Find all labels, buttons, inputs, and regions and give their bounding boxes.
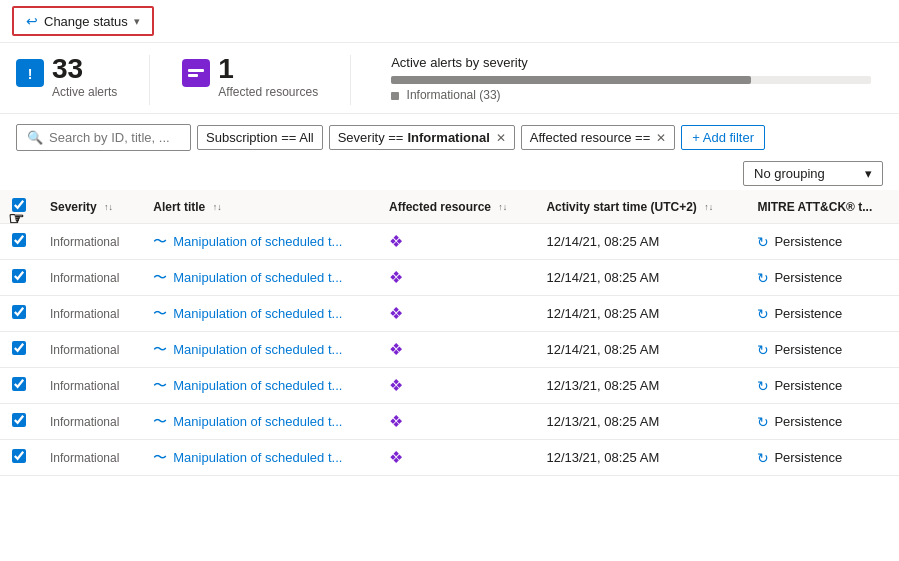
wave-icon: 〜	[153, 377, 167, 395]
wave-icon: 〜	[153, 449, 167, 467]
table-row[interactable]: Informational 〜 Manipulation of schedule…	[0, 404, 899, 440]
add-filter-button[interactable]: + Add filter	[681, 125, 765, 150]
affected-resources-stat: 1 Affected resources	[182, 55, 318, 99]
subscription-filter-tag[interactable]: Subscription == All	[197, 125, 323, 150]
alert-icon: !	[16, 59, 44, 87]
table-row[interactable]: Informational 〜 Manipulation of schedule…	[0, 368, 899, 404]
table-row[interactable]: Informational 〜 Manipulation of schedule…	[0, 224, 899, 260]
row-checkbox[interactable]	[12, 341, 26, 355]
row-activity-start: 12/14/21, 08:25 AM	[534, 332, 745, 368]
stats-row: ! 33 Active alerts 1 Affected resources …	[0, 43, 899, 114]
search-input[interactable]	[49, 130, 179, 145]
resource-icon: ❖	[389, 233, 403, 250]
row-alert-title[interactable]: 〜 Manipulation of scheduled t...	[141, 368, 377, 404]
severity-bar-section: Active alerts by severity Informational …	[383, 55, 883, 102]
table-row[interactable]: Informational 〜 Manipulation of schedule…	[0, 296, 899, 332]
stat-divider-2	[350, 55, 351, 105]
affected-resource-sort-icon: ↑↓	[498, 203, 507, 212]
undo-icon: ↩	[26, 13, 38, 29]
row-activity-start: 12/14/21, 08:25 AM	[534, 224, 745, 260]
persistence-icon: ↻	[757, 414, 769, 430]
active-alerts-stat: ! 33 Active alerts	[16, 55, 117, 99]
persistence-label: Persistence	[774, 306, 842, 321]
change-status-label: Change status	[44, 14, 128, 29]
persistence-icon: ↻	[757, 342, 769, 358]
alerts-table: ☞ Severity ↑↓ Alert title ↑↓ Affected re…	[0, 190, 899, 476]
svg-rect-4	[188, 74, 198, 77]
row-checkbox-cell[interactable]	[0, 296, 38, 332]
row-affected-resource: ❖	[377, 332, 534, 368]
row-mitre: ↻ Persistence	[745, 404, 899, 440]
severity-filter-close-icon[interactable]: ✕	[496, 131, 506, 145]
row-checkbox-cell[interactable]	[0, 404, 38, 440]
select-all-checkbox[interactable]	[12, 198, 26, 212]
row-checkbox[interactable]	[12, 233, 26, 247]
th-activity-start[interactable]: Activity start time (UTC+2) ↑↓	[534, 190, 745, 224]
severity-filter-bold: Informational	[407, 130, 489, 145]
row-checkbox[interactable]	[12, 449, 26, 463]
row-alert-title[interactable]: 〜 Manipulation of scheduled t...	[141, 224, 377, 260]
affected-resource-close-icon[interactable]: ✕	[656, 131, 666, 145]
row-checkbox[interactable]	[12, 377, 26, 391]
row-checkbox-cell[interactable]	[0, 440, 38, 476]
row-alert-title[interactable]: 〜 Manipulation of scheduled t...	[141, 440, 377, 476]
activity-start-sort-icon: ↑↓	[704, 203, 713, 212]
affected-resources-count: 1	[218, 55, 318, 83]
affected-resource-filter-tag[interactable]: Affected resource == ✕	[521, 125, 675, 150]
select-all-header[interactable]: ☞	[0, 190, 38, 224]
table-body: Informational 〜 Manipulation of schedule…	[0, 224, 899, 476]
chevron-down-icon: ▾	[134, 15, 140, 28]
row-affected-resource: ❖	[377, 224, 534, 260]
row-alert-title[interactable]: 〜 Manipulation of scheduled t...	[141, 296, 377, 332]
search-box[interactable]: 🔍	[16, 124, 191, 151]
row-severity: Informational	[38, 224, 141, 260]
row-activity-start: 12/14/21, 08:25 AM	[534, 260, 745, 296]
table-row[interactable]: Informational 〜 Manipulation of schedule…	[0, 440, 899, 476]
row-affected-resource: ❖	[377, 296, 534, 332]
persistence-icon: ↻	[757, 378, 769, 394]
persistence-icon: ↻	[757, 234, 769, 250]
table-row[interactable]: Informational 〜 Manipulation of schedule…	[0, 260, 899, 296]
grouping-dropdown[interactable]: No grouping ▾	[743, 161, 883, 186]
row-activity-start: 12/13/21, 08:25 AM	[534, 404, 745, 440]
row-checkbox-cell[interactable]	[0, 224, 38, 260]
table-wrap: ☞ Severity ↑↓ Alert title ↑↓ Affected re…	[0, 190, 899, 476]
active-alerts-count: 33	[52, 55, 117, 83]
th-mitre[interactable]: MITRE ATT&CK® t...	[745, 190, 899, 224]
severity-bar-track	[391, 76, 871, 84]
severity-bar-fill	[391, 76, 751, 84]
change-status-button[interactable]: ↩ Change status ▾	[12, 6, 154, 36]
th-alert-title[interactable]: Alert title ↑↓	[141, 190, 377, 224]
row-mitre: ↻ Persistence	[745, 440, 899, 476]
row-checkbox[interactable]	[12, 305, 26, 319]
row-mitre: ↻ Persistence	[745, 296, 899, 332]
affected-resources-label: Affected resources	[218, 85, 318, 99]
grouping-row: No grouping ▾	[0, 157, 899, 190]
add-filter-label: + Add filter	[692, 130, 754, 145]
row-alert-title[interactable]: 〜 Manipulation of scheduled t...	[141, 404, 377, 440]
wave-icon: 〜	[153, 341, 167, 359]
row-affected-resource: ❖	[377, 440, 534, 476]
grouping-label: No grouping	[754, 166, 825, 181]
filter-bar: 🔍 Subscription == All Severity == Inform…	[0, 114, 899, 157]
th-affected-resource[interactable]: Affected resource ↑↓	[377, 190, 534, 224]
row-affected-resource: ❖	[377, 368, 534, 404]
toolbar: ↩ Change status ▾	[0, 0, 899, 43]
affected-resource-filter-label: Affected resource ==	[530, 130, 650, 145]
severity-filter-tag[interactable]: Severity == Informational ✕	[329, 125, 515, 150]
row-checkbox[interactable]	[12, 413, 26, 427]
row-checkbox-cell[interactable]	[0, 368, 38, 404]
th-severity[interactable]: Severity ↑↓	[38, 190, 141, 224]
table-row[interactable]: Informational 〜 Manipulation of schedule…	[0, 332, 899, 368]
row-checkbox-cell[interactable]	[0, 260, 38, 296]
row-alert-title[interactable]: 〜 Manipulation of scheduled t...	[141, 260, 377, 296]
row-mitre: ↻ Persistence	[745, 224, 899, 260]
alert-title-sort-icon: ↑↓	[213, 203, 222, 212]
row-alert-title[interactable]: 〜 Manipulation of scheduled t...	[141, 332, 377, 368]
row-checkbox-cell[interactable]	[0, 332, 38, 368]
persistence-label: Persistence	[774, 270, 842, 285]
row-severity: Informational	[38, 440, 141, 476]
persistence-label: Persistence	[774, 234, 842, 249]
active-alerts-label: Active alerts	[52, 85, 117, 99]
row-checkbox[interactable]	[12, 269, 26, 283]
